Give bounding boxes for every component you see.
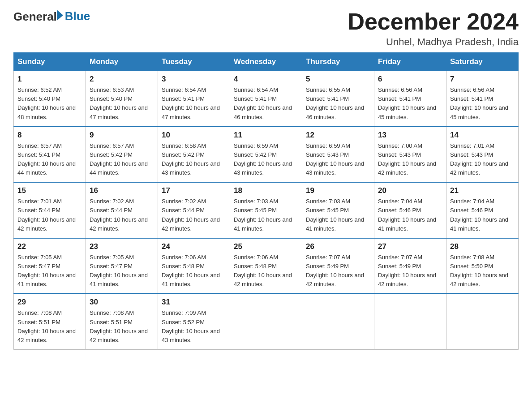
day-info: Sunrise: 6:59 AMSunset: 5:43 PMDaylight:… bbox=[306, 142, 364, 176]
day-number: 22 bbox=[17, 242, 82, 251]
day-number: 29 bbox=[17, 298, 82, 307]
calendar-body: 1 Sunrise: 6:52 AMSunset: 5:40 PMDayligh… bbox=[14, 71, 519, 350]
day-info: Sunrise: 6:59 AMSunset: 5:42 PMDaylight:… bbox=[234, 142, 292, 176]
day-info: Sunrise: 7:07 AMSunset: 5:49 PMDaylight:… bbox=[378, 254, 436, 287]
table-row: 28 Sunrise: 7:08 AMSunset: 5:50 PMDaylig… bbox=[446, 238, 519, 294]
day-number: 7 bbox=[450, 75, 515, 84]
day-number: 8 bbox=[17, 131, 82, 140]
day-info: Sunrise: 7:08 AMSunset: 5:51 PMDaylight:… bbox=[90, 309, 148, 343]
table-row: 16 Sunrise: 7:02 AMSunset: 5:44 PMDaylig… bbox=[86, 182, 158, 238]
month-title: December 2024 bbox=[348, 9, 519, 34]
col-sunday: Sunday bbox=[14, 53, 86, 71]
day-number: 21 bbox=[450, 186, 515, 195]
day-number: 5 bbox=[306, 75, 370, 84]
day-number: 4 bbox=[234, 75, 298, 84]
day-info: Sunrise: 6:53 AMSunset: 5:40 PMDaylight:… bbox=[90, 86, 148, 120]
day-info: Sunrise: 7:01 AMSunset: 5:44 PMDaylight:… bbox=[17, 198, 76, 231]
day-number: 17 bbox=[162, 186, 226, 195]
day-info: Sunrise: 6:58 AMSunset: 5:42 PMDaylight:… bbox=[162, 142, 220, 176]
day-info: Sunrise: 7:03 AMSunset: 5:45 PMDaylight:… bbox=[234, 198, 292, 231]
day-number: 20 bbox=[378, 186, 442, 195]
calendar-week-row: 1 Sunrise: 6:52 AMSunset: 5:40 PMDayligh… bbox=[14, 71, 519, 127]
table-row: 14 Sunrise: 7:01 AMSunset: 5:43 PMDaylig… bbox=[446, 127, 519, 183]
day-number: 26 bbox=[306, 242, 370, 251]
day-number: 13 bbox=[378, 131, 442, 140]
table-row: 30 Sunrise: 7:08 AMSunset: 5:51 PMDaylig… bbox=[86, 294, 158, 349]
table-row: 25 Sunrise: 7:06 AMSunset: 5:48 PMDaylig… bbox=[230, 238, 302, 294]
day-number: 28 bbox=[450, 242, 515, 251]
day-info: Sunrise: 6:56 AMSunset: 5:41 PMDaylight:… bbox=[378, 86, 436, 120]
table-row: 22 Sunrise: 7:05 AMSunset: 5:47 PMDaylig… bbox=[14, 238, 86, 294]
table-row: 19 Sunrise: 7:03 AMSunset: 5:45 PMDaylig… bbox=[302, 182, 374, 238]
table-row bbox=[230, 294, 302, 349]
col-friday: Friday bbox=[374, 53, 446, 71]
day-number: 31 bbox=[162, 298, 226, 307]
col-saturday: Saturday bbox=[446, 53, 519, 71]
day-info: Sunrise: 7:02 AMSunset: 5:44 PMDaylight:… bbox=[162, 198, 220, 231]
day-info: Sunrise: 6:56 AMSunset: 5:41 PMDaylight:… bbox=[450, 86, 508, 120]
calendar-week-row: 29 Sunrise: 7:08 AMSunset: 5:51 PMDaylig… bbox=[14, 294, 519, 349]
table-row bbox=[302, 294, 374, 349]
logo: General Blue bbox=[13, 9, 90, 24]
day-info: Sunrise: 7:00 AMSunset: 5:43 PMDaylight:… bbox=[378, 142, 436, 176]
table-row: 20 Sunrise: 7:04 AMSunset: 5:46 PMDaylig… bbox=[374, 182, 446, 238]
day-number: 16 bbox=[90, 186, 154, 195]
day-number: 3 bbox=[162, 75, 226, 84]
page-header: General Blue December 2024 Unhel, Madhya… bbox=[13, 9, 519, 48]
day-number: 11 bbox=[234, 131, 298, 140]
day-number: 6 bbox=[378, 75, 442, 84]
day-info: Sunrise: 6:57 AMSunset: 5:42 PMDaylight:… bbox=[90, 142, 148, 176]
calendar-header-row: Sunday Monday Tuesday Wednesday Thursday… bbox=[14, 53, 519, 71]
table-row: 8 Sunrise: 6:57 AMSunset: 5:41 PMDayligh… bbox=[14, 127, 86, 183]
day-number: 27 bbox=[378, 242, 442, 251]
logo-arrow-icon bbox=[57, 10, 63, 21]
col-thursday: Thursday bbox=[302, 53, 374, 71]
table-row: 26 Sunrise: 7:07 AMSunset: 5:49 PMDaylig… bbox=[302, 238, 374, 294]
table-row: 5 Sunrise: 6:55 AMSunset: 5:41 PMDayligh… bbox=[302, 71, 374, 127]
day-number: 2 bbox=[90, 75, 154, 84]
day-info: Sunrise: 7:04 AMSunset: 5:46 PMDaylight:… bbox=[378, 198, 436, 231]
table-row: 13 Sunrise: 7:00 AMSunset: 5:43 PMDaylig… bbox=[374, 127, 446, 183]
day-number: 19 bbox=[306, 186, 370, 195]
day-number: 15 bbox=[17, 186, 82, 195]
day-number: 24 bbox=[162, 242, 226, 251]
table-row: 7 Sunrise: 6:56 AMSunset: 5:41 PMDayligh… bbox=[446, 71, 519, 127]
day-info: Sunrise: 7:01 AMSunset: 5:43 PMDaylight:… bbox=[450, 142, 508, 176]
day-number: 14 bbox=[450, 131, 515, 140]
table-row: 6 Sunrise: 6:56 AMSunset: 5:41 PMDayligh… bbox=[374, 71, 446, 127]
day-number: 30 bbox=[90, 298, 154, 307]
title-area: December 2024 Unhel, Madhya Pradesh, Ind… bbox=[348, 9, 519, 48]
day-info: Sunrise: 7:04 AMSunset: 5:46 PMDaylight:… bbox=[450, 198, 508, 231]
logo-blue-text: Blue bbox=[65, 9, 90, 23]
table-row: 24 Sunrise: 7:06 AMSunset: 5:48 PMDaylig… bbox=[158, 238, 230, 294]
calendar-week-row: 22 Sunrise: 7:05 AMSunset: 5:47 PMDaylig… bbox=[14, 238, 519, 294]
table-row: 31 Sunrise: 7:09 AMSunset: 5:52 PMDaylig… bbox=[158, 294, 230, 349]
day-info: Sunrise: 7:08 AMSunset: 5:50 PMDaylight:… bbox=[450, 254, 508, 287]
day-info: Sunrise: 7:07 AMSunset: 5:49 PMDaylight:… bbox=[306, 254, 364, 287]
day-number: 12 bbox=[306, 131, 370, 140]
day-info: Sunrise: 6:55 AMSunset: 5:41 PMDaylight:… bbox=[306, 86, 364, 120]
table-row: 23 Sunrise: 7:05 AMSunset: 5:47 PMDaylig… bbox=[86, 238, 158, 294]
day-info: Sunrise: 7:06 AMSunset: 5:48 PMDaylight:… bbox=[162, 254, 220, 287]
table-row: 29 Sunrise: 7:08 AMSunset: 5:51 PMDaylig… bbox=[14, 294, 86, 349]
table-row: 4 Sunrise: 6:54 AMSunset: 5:41 PMDayligh… bbox=[230, 71, 302, 127]
calendar-table: Sunday Monday Tuesday Wednesday Thursday… bbox=[13, 52, 519, 350]
day-number: 25 bbox=[234, 242, 298, 251]
day-number: 1 bbox=[17, 75, 82, 84]
day-info: Sunrise: 7:05 AMSunset: 5:47 PMDaylight:… bbox=[17, 254, 76, 287]
day-number: 18 bbox=[234, 186, 298, 195]
table-row: 9 Sunrise: 6:57 AMSunset: 5:42 PMDayligh… bbox=[86, 127, 158, 183]
day-number: 10 bbox=[162, 131, 226, 140]
table-row: 12 Sunrise: 6:59 AMSunset: 5:43 PMDaylig… bbox=[302, 127, 374, 183]
day-info: Sunrise: 7:08 AMSunset: 5:51 PMDaylight:… bbox=[17, 309, 76, 343]
day-info: Sunrise: 7:03 AMSunset: 5:45 PMDaylight:… bbox=[306, 198, 364, 231]
col-wednesday: Wednesday bbox=[230, 53, 302, 71]
day-info: Sunrise: 7:06 AMSunset: 5:48 PMDaylight:… bbox=[234, 254, 292, 287]
calendar-week-row: 8 Sunrise: 6:57 AMSunset: 5:41 PMDayligh… bbox=[14, 127, 519, 183]
day-number: 23 bbox=[90, 242, 154, 251]
day-info: Sunrise: 6:54 AMSunset: 5:41 PMDaylight:… bbox=[234, 86, 292, 120]
table-row: 11 Sunrise: 6:59 AMSunset: 5:42 PMDaylig… bbox=[230, 127, 302, 183]
table-row: 10 Sunrise: 6:58 AMSunset: 5:42 PMDaylig… bbox=[158, 127, 230, 183]
table-row bbox=[374, 294, 446, 349]
table-row bbox=[446, 294, 519, 349]
